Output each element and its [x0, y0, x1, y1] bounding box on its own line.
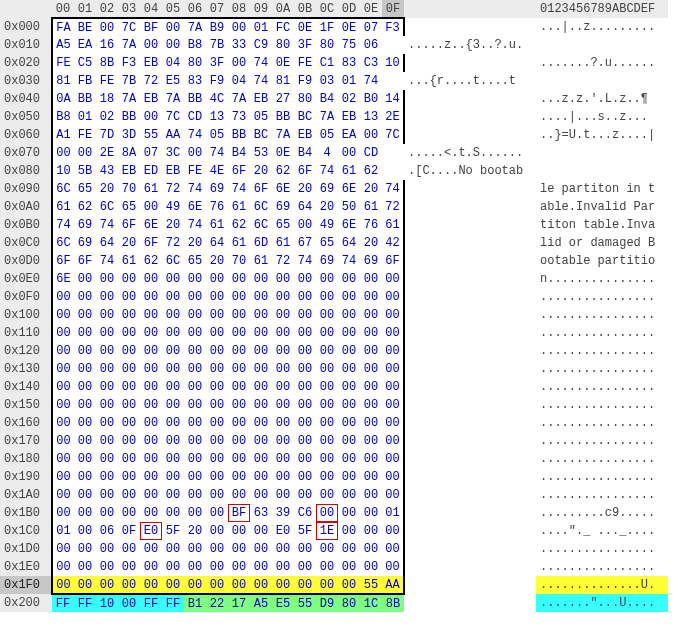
hex-byte[interactable]: 81: [52, 72, 74, 90]
hex-byte[interactable]: 00: [382, 324, 404, 342]
hex-byte[interactable]: 00: [96, 504, 118, 522]
hex-byte[interactable]: EB: [140, 90, 162, 108]
hex-byte[interactable]: 00: [316, 342, 338, 360]
hex-byte[interactable]: 01: [338, 72, 360, 90]
hex-byte[interactable]: 00: [316, 540, 338, 558]
hex-byte[interactable]: 6F: [382, 252, 404, 270]
hex-byte[interactable]: 04: [162, 54, 184, 72]
hex-byte[interactable]: 00: [228, 576, 250, 594]
hex-byte[interactable]: 80: [294, 90, 316, 108]
hex-byte[interactable]: 00: [184, 486, 206, 504]
hex-byte[interactable]: 00: [118, 414, 140, 432]
hex-byte[interactable]: 00: [140, 378, 162, 396]
ascii-dump[interactable]: ................: [536, 288, 668, 306]
hex-byte[interactable]: 00: [206, 558, 228, 576]
hex-byte[interactable]: 00: [52, 396, 74, 414]
hex-byte[interactable]: F3: [118, 54, 140, 72]
hex-byte[interactable]: 6F: [250, 180, 272, 198]
hex-byte[interactable]: 00: [162, 450, 184, 468]
hex-byte[interactable]: 00: [316, 324, 338, 342]
hex-byte[interactable]: 00: [272, 540, 294, 558]
hex-byte[interactable]: 00: [360, 288, 382, 306]
hex-byte[interactable]: A1: [52, 126, 74, 144]
hex-byte[interactable]: EA: [338, 126, 360, 144]
row-offset[interactable]: 0x000: [0, 18, 52, 36]
hex-byte[interactable]: FE: [52, 54, 74, 72]
hex-byte[interactable]: 00: [52, 306, 74, 324]
hex-byte[interactable]: 6E: [338, 216, 360, 234]
hex-byte[interactable]: 00: [184, 432, 206, 450]
hex-byte[interactable]: 74: [184, 216, 206, 234]
hex-byte[interactable]: 00: [184, 144, 206, 162]
hex-byte[interactable]: 00: [140, 468, 162, 486]
hex-byte[interactable]: 00: [228, 324, 250, 342]
hex-byte[interactable]: 20: [250, 162, 272, 180]
hex-byte[interactable]: 00: [250, 306, 272, 324]
hex-byte[interactable]: 00: [360, 414, 382, 432]
hex-byte[interactable]: 20: [96, 180, 118, 198]
hex-byte[interactable]: 65: [272, 216, 294, 234]
row-offset[interactable]: 0x1D0: [0, 540, 52, 558]
hex-byte[interactable]: 62: [74, 198, 96, 216]
hex-byte[interactable]: 00: [206, 270, 228, 288]
hex-byte[interactable]: D9: [316, 594, 338, 612]
row-offset[interactable]: 0x200: [0, 594, 52, 612]
row-offset[interactable]: 0x100: [0, 306, 52, 324]
column-header[interactable]: 0E: [360, 0, 382, 18]
hex-byte[interactable]: 7A: [162, 90, 184, 108]
hex-byte[interactable]: 00: [96, 306, 118, 324]
hex-byte[interactable]: 00: [74, 558, 96, 576]
hex-byte[interactable]: 72: [162, 234, 184, 252]
hex-byte[interactable]: 7B: [206, 36, 228, 54]
hex-byte[interactable]: 00: [382, 468, 404, 486]
hex-byte[interactable]: 6E: [272, 180, 294, 198]
hex-byte[interactable]: C5: [74, 54, 96, 72]
hex-byte[interactable]: 00: [228, 378, 250, 396]
hex-byte[interactable]: 00: [52, 486, 74, 504]
hex-byte[interactable]: 00: [294, 414, 316, 432]
row-offset[interactable]: 0x170: [0, 432, 52, 450]
hex-byte[interactable]: 00: [206, 306, 228, 324]
hex-byte[interactable]: 00: [360, 540, 382, 558]
hex-byte[interactable]: 2E: [96, 144, 118, 162]
hex-byte[interactable]: 00: [250, 486, 272, 504]
hex-byte[interactable]: 7B: [118, 72, 140, 90]
hex-byte[interactable]: 00: [96, 360, 118, 378]
hex-byte[interactable]: 00: [250, 450, 272, 468]
row-offset[interactable]: 0x110: [0, 324, 52, 342]
hex-byte[interactable]: 00: [140, 504, 162, 522]
hex-byte[interactable]: 00: [162, 414, 184, 432]
hex-byte[interactable]: 00: [118, 396, 140, 414]
hex-byte[interactable]: 00: [250, 378, 272, 396]
hex-byte[interactable]: 00: [96, 540, 118, 558]
hex-byte[interactable]: 00: [140, 288, 162, 306]
hex-byte[interactable]: 00: [52, 558, 74, 576]
hex-byte[interactable]: 6C: [96, 198, 118, 216]
hex-byte[interactable]: 74: [338, 252, 360, 270]
hex-byte[interactable]: 76: [360, 216, 382, 234]
hex-byte[interactable]: 00: [162, 504, 184, 522]
hex-byte[interactable]: 6C: [52, 180, 74, 198]
hex-byte[interactable]: 00: [338, 324, 360, 342]
hex-byte[interactable]: 00: [338, 414, 360, 432]
hex-byte[interactable]: 39: [272, 504, 294, 522]
hex-byte[interactable]: 00: [74, 288, 96, 306]
hex-byte[interactable]: 20: [184, 522, 206, 540]
hex-byte[interactable]: EB: [162, 162, 184, 180]
hex-byte[interactable]: 00: [294, 324, 316, 342]
hex-byte[interactable]: B8: [52, 108, 74, 126]
hex-byte[interactable]: 13: [360, 108, 382, 126]
hex-byte[interactable]: BC: [294, 108, 316, 126]
ascii-dump[interactable]: ...|..z.........: [536, 18, 668, 36]
hex-byte[interactable]: 17: [228, 594, 250, 612]
hex-byte[interactable]: CD: [184, 108, 206, 126]
hex-byte[interactable]: 00: [206, 324, 228, 342]
hex-byte[interactable]: 00: [382, 360, 404, 378]
hex-byte[interactable]: 0E: [338, 18, 360, 36]
hex-byte[interactable]: 00: [184, 306, 206, 324]
hex-byte[interactable]: 00: [316, 396, 338, 414]
hex-byte[interactable]: 67: [294, 234, 316, 252]
hex-byte[interactable]: EA: [74, 36, 96, 54]
hex-byte[interactable]: 14: [382, 90, 404, 108]
hex-byte[interactable]: 7A: [118, 90, 140, 108]
